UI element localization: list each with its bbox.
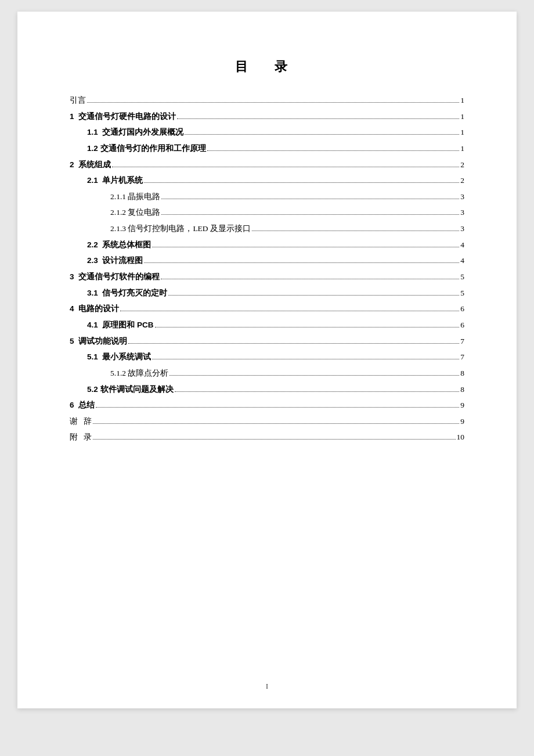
toc-label-thanks: 谢 辞: [70, 414, 92, 429]
toc-dots-ch3-1: [168, 295, 459, 296]
toc-dots-ch2-1: [144, 182, 459, 183]
toc-dots-appendix: [93, 439, 455, 440]
toc-dots-ch4: [120, 311, 459, 311]
toc-page-ch4-1: 6: [460, 318, 464, 333]
toc-dots-ch6: [96, 407, 459, 408]
toc-entry-ch2-3: 2.3 设计流程图 4: [70, 253, 464, 268]
toc-label-ch4-1: 4.1 原理图和 PCB: [87, 318, 154, 333]
toc-dots-ch4-1: [155, 327, 460, 327]
toc-entry-ch2-1-3: 2.1.3 信号灯控制电路，LED 及显示接口 3: [70, 221, 464, 236]
toc-entry-ch1: 1 交通信号灯硬件电路的设计 1: [70, 109, 464, 124]
toc-label-ch5: 5 调试功能说明: [70, 334, 127, 349]
toc-entry-ch5-1: 5.1 最小系统调试 7: [70, 350, 464, 365]
toc-entry-ch3-1: 3.1 信号灯亮灭的定时 5: [70, 286, 464, 301]
toc-label-intro: 引言: [70, 93, 86, 108]
toc-label-ch3-1: 3.1 信号灯亮灭的定时: [87, 286, 167, 301]
toc-dots-ch1: [177, 118, 459, 119]
toc-page-intro: 1: [460, 93, 464, 108]
toc-label-ch2-2: 2.2 系统总体框图: [87, 237, 151, 253]
toc-page-ch1-1: 1: [460, 125, 464, 140]
toc-label-ch5-1-2: 5.1.2 故障点分析: [110, 366, 168, 381]
toc-label-ch1-1: 1.1 交通灯国内外发展概况: [87, 125, 183, 140]
toc-label-ch6: 6 总结: [70, 398, 95, 413]
toc-dots-ch2-1-2: [161, 214, 459, 215]
page-title: 目 录: [70, 58, 464, 75]
toc-dots-intro: [87, 102, 459, 103]
toc-label-ch5-2: 5.2 软件调试问题及解决: [87, 382, 174, 397]
toc-label-ch1: 1 交通信号灯硬件电路的设计: [70, 109, 176, 124]
toc-entry-ch4: 4 电路的设计 6: [70, 301, 464, 316]
toc-entry-ch1-1: 1.1 交通灯国内外发展概况 1: [70, 125, 464, 140]
toc-page-thanks: 9: [460, 414, 464, 429]
toc-entry-ch5-1-2: 5.1.2 故障点分析 8: [70, 366, 464, 381]
toc-entry-ch2-2: 2.2 系统总体框图 4: [70, 237, 464, 253]
toc-label-ch2-1: 2.1 单片机系统: [87, 173, 143, 188]
toc-entry-thanks: 谢 辞 9: [70, 414, 464, 429]
toc-container: 引言 1 1 交通信号灯硬件电路的设计 1 1.1 交通灯国内外发展概况 1 1…: [70, 93, 464, 445]
toc-dots-ch3: [161, 279, 459, 279]
toc-entry-ch6: 6 总结 9: [70, 398, 464, 413]
toc-dots-ch5: [128, 343, 459, 344]
toc-entry-ch1-2: 1.2 交通信号灯的作用和工作原理 1: [70, 141, 464, 156]
toc-entry-appendix: 附 录 10: [70, 430, 464, 445]
document-page: 目 录 引言 1 1 交通信号灯硬件电路的设计 1 1.1 交通灯国内外发展概况…: [17, 12, 517, 708]
toc-page-ch2-3: 4: [460, 253, 464, 268]
toc-page-ch6: 9: [460, 398, 464, 413]
toc-dots-ch2-1-3: [252, 231, 459, 231]
toc-label-ch2-1-1: 2.1.1 晶振电路: [110, 189, 160, 204]
toc-label-ch4: 4 电路的设计: [70, 301, 119, 316]
page-footer: I: [17, 682, 517, 691]
toc-label-ch1-2: 1.2 交通信号灯的作用和工作原理: [87, 141, 206, 156]
toc-dots-ch2-1-1: [161, 199, 459, 199]
toc-dots-ch2: [112, 167, 459, 167]
toc-entry-ch3: 3 交通信号灯软件的编程 5: [70, 269, 464, 285]
toc-page-ch1: 1: [460, 109, 464, 124]
toc-entry-ch2-1-1: 2.1.1 晶振电路 3: [70, 189, 464, 204]
toc-page-ch3-1: 5: [460, 286, 464, 301]
toc-page-ch2: 2: [460, 157, 464, 172]
toc-page-ch3: 5: [460, 269, 464, 285]
toc-page-ch5-2: 8: [460, 382, 464, 397]
toc-page-ch5-1: 7: [460, 350, 464, 365]
toc-dots-ch2-3: [144, 262, 459, 263]
toc-entry-ch2: 2 系统组成 2: [70, 157, 464, 172]
toc-entry-ch4-1: 4.1 原理图和 PCB 6: [70, 318, 464, 333]
toc-page-ch2-1-3: 3: [460, 221, 464, 236]
toc-entry-ch2-1: 2.1 单片机系统 2: [70, 173, 464, 188]
toc-label-appendix: 附 录: [70, 430, 92, 445]
toc-entry-ch5: 5 调试功能说明 7: [70, 334, 464, 349]
toc-dots-ch5-2: [175, 391, 460, 392]
toc-page-ch2-2: 4: [460, 237, 464, 253]
toc-dots-thanks: [93, 423, 459, 424]
toc-dots-ch1-1: [185, 134, 459, 135]
toc-dots-ch2-2: [152, 247, 459, 247]
toc-entry-ch5-2: 5.2 软件调试问题及解决 8: [70, 382, 464, 397]
toc-entry-ch2-1-2: 2.1.2 复位电路 3: [70, 205, 464, 220]
toc-dots-ch5-1-2: [169, 375, 459, 376]
toc-label-ch2-1-3: 2.1.3 信号灯控制电路，LED 及显示接口: [110, 221, 251, 236]
toc-page-ch5: 7: [460, 334, 464, 349]
toc-entry-intro: 引言 1: [70, 93, 464, 108]
toc-page-ch2-1-2: 3: [460, 205, 464, 220]
toc-dots-ch1-2: [207, 150, 460, 151]
toc-label-ch3: 3 交通信号灯软件的编程: [70, 269, 160, 285]
toc-page-ch4: 6: [460, 301, 464, 316]
toc-label-ch5-1: 5.1 最小系统调试: [87, 350, 151, 365]
toc-page-appendix: 10: [457, 430, 465, 445]
toc-page-ch5-1-2: 8: [460, 366, 464, 381]
toc-page-ch1-2: 1: [460, 141, 464, 156]
toc-dots-ch5-1: [152, 359, 459, 359]
toc-page-ch2-1-1: 3: [460, 189, 464, 204]
footer-page-number: I: [266, 682, 268, 690]
toc-label-ch2-1-2: 2.1.2 复位电路: [110, 205, 160, 220]
toc-page-ch2-1: 2: [460, 173, 464, 188]
toc-label-ch2-3: 2.3 设计流程图: [87, 253, 143, 268]
toc-label-ch2: 2 系统组成: [70, 157, 111, 172]
